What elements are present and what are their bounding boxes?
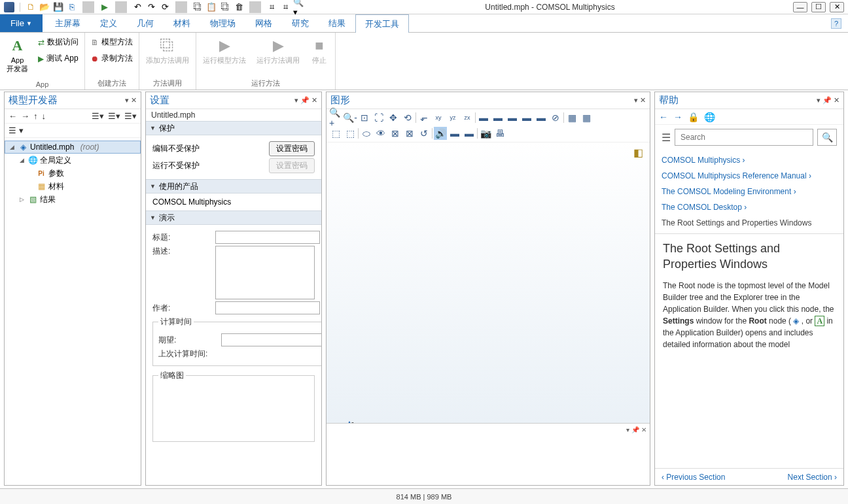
paste-icon[interactable]: 📋: [205, 1, 217, 13]
collapse-toggle-icon[interactable]: ◢: [8, 144, 16, 150]
help-web-icon[interactable]: 🌐: [704, 112, 715, 122]
next-section-link[interactable]: Next Section ›: [788, 473, 837, 482]
test-app-button[interactable]: ▶测试 App: [36, 52, 80, 65]
save-icon[interactable]: 💾: [52, 1, 64, 13]
collapse-toggle-icon[interactable]: ◢: [18, 157, 26, 163]
tool1-icon[interactable]: ⌗: [266, 1, 277, 13]
tab-study[interactable]: 研究: [282, 14, 319, 32]
graphics-canvas[interactable]: ◧ zxy ▾📌✕: [327, 143, 650, 485]
run-model-method-button[interactable]: ▶ 运行模型方法: [200, 35, 249, 66]
presentation-section-header[interactable]: ▼演示: [146, 210, 321, 225]
tab-developer[interactable]: 开发工具: [355, 14, 409, 33]
panel-close-icon[interactable]: ✕: [640, 96, 646, 105]
new-icon[interactable]: 🗋: [25, 1, 37, 13]
render-2-icon[interactable]: ▬: [491, 111, 504, 124]
pan-icon[interactable]: ✥: [387, 111, 400, 124]
print-icon[interactable]: 🖶: [493, 127, 506, 140]
view-zx-icon[interactable]: zx: [461, 111, 474, 124]
view-xy-icon[interactable]: xy: [432, 111, 445, 124]
tab-mesh[interactable]: 网格: [245, 14, 282, 32]
tool3-icon[interactable]: 🔍▾: [293, 1, 305, 13]
expected-time-input[interactable]: [221, 333, 321, 346]
render-5-icon[interactable]: ▬: [535, 111, 548, 124]
rotate-icon[interactable]: ⟲: [401, 111, 414, 124]
app-builder-button[interactable]: A App开发器: [4, 35, 31, 75]
img-1-icon[interactable]: ▬: [448, 127, 461, 140]
img-2-icon[interactable]: ▬: [463, 127, 476, 140]
scene-2-icon[interactable]: ▦: [580, 111, 593, 124]
tree-root-node[interactable]: ◢ ◈ Untitled.mph (root): [5, 141, 141, 154]
tab-home[interactable]: 主屏幕: [45, 14, 90, 32]
snapshot-icon[interactable]: 📷: [479, 127, 492, 140]
nav-fwd-icon[interactable]: →: [21, 111, 29, 121]
record-method-button[interactable]: ⏺录制方法: [89, 52, 135, 65]
tab-physics[interactable]: 物理场: [200, 14, 245, 32]
help-search-button[interactable]: 🔍: [817, 129, 837, 146]
redo-icon[interactable]: ↷: [145, 1, 157, 13]
help-toc-icon[interactable]: ☰: [662, 131, 671, 144]
undo-icon[interactable]: ↶: [132, 1, 143, 13]
help-fwd-icon[interactable]: →: [673, 112, 682, 122]
zoom-extents-icon[interactable]: ⛶: [372, 111, 385, 124]
view-yz-icon[interactable]: yz: [446, 111, 459, 124]
zoom-out-icon[interactable]: 🔍-: [344, 111, 357, 124]
panel-menu-icon[interactable]: ▾: [294, 96, 298, 105]
filter-icon[interactable]: ☰▾: [124, 111, 137, 121]
used-products-section-header[interactable]: ▼使用的产品: [146, 179, 321, 193]
tree-params-node[interactable]: Pi 参数: [5, 167, 141, 180]
tree-view-icon[interactable]: ☰ ▾: [9, 126, 24, 135]
copy-icon[interactable]: ⿻: [192, 1, 203, 13]
prev-section-link[interactable]: ‹ Previous Section: [662, 473, 725, 482]
add-method-call-button[interactable]: ⿻ 添加方法调用: [143, 35, 192, 66]
hide-1-icon[interactable]: ⬭: [360, 127, 373, 140]
hide-4-icon[interactable]: ⊠: [403, 127, 416, 140]
reset-icon[interactable]: ↺: [417, 127, 431, 140]
render-1-icon[interactable]: ▬: [477, 111, 490, 124]
tree-materials-node[interactable]: ▦ 材料: [5, 180, 141, 193]
tab-definitions[interactable]: 定义: [90, 14, 127, 32]
nav-up-icon[interactable]: ↑: [33, 111, 38, 121]
minimize-button[interactable]: —: [793, 2, 807, 12]
tab-geometry[interactable]: 几何: [127, 14, 164, 32]
author-input[interactable]: [215, 301, 320, 314]
crumb-1[interactable]: COMSOL Multiphysics Reference Manual ›: [662, 168, 837, 184]
render-3-icon[interactable]: ▬: [506, 111, 519, 124]
select-1-icon[interactable]: ⬚: [329, 127, 342, 140]
nav-down-icon[interactable]: ↓: [42, 111, 46, 121]
tree-results-node[interactable]: ▷ ▧ 结果: [5, 193, 141, 206]
mini-menu-icon[interactable]: ▾: [626, 426, 629, 433]
refresh-icon[interactable]: ⟳: [159, 1, 171, 13]
open-icon[interactable]: 📂: [39, 1, 50, 13]
zoom-in-icon[interactable]: 🔍+: [329, 111, 342, 124]
expand-toggle-icon[interactable]: ▷: [18, 196, 26, 203]
delete-icon[interactable]: 🗑: [233, 1, 245, 13]
set-edit-password-button[interactable]: 设置密码: [269, 141, 315, 156]
data-access-button[interactable]: ⇄数据访问: [36, 35, 80, 49]
tool2-icon[interactable]: ⌗: [279, 1, 291, 13]
render-6-icon[interactable]: ⊘: [549, 111, 562, 124]
select-2-icon[interactable]: ⬚: [344, 127, 357, 140]
description-input[interactable]: [215, 246, 315, 299]
panel-close-icon[interactable]: ✕: [311, 96, 317, 105]
duplicate-icon[interactable]: ⿻: [219, 1, 231, 13]
panel-close-icon[interactable]: ✕: [131, 96, 137, 105]
ribbon-help-button[interactable]: ?: [831, 18, 841, 29]
help-lock-icon[interactable]: 🔒: [688, 112, 699, 122]
panel-menu-icon[interactable]: ▾: [817, 96, 821, 105]
save-as-icon[interactable]: ⎘: [66, 1, 78, 13]
run-icon[interactable]: ▶: [99, 1, 111, 13]
hide-3-icon[interactable]: ⊠: [389, 127, 402, 140]
nav-back-icon[interactable]: ←: [9, 111, 17, 121]
stop-button[interactable]: ■ 停止: [308, 35, 331, 66]
crumb-2[interactable]: The COMSOL Modeling Environment ›: [662, 184, 837, 199]
file-menu[interactable]: File▼: [0, 14, 43, 32]
mini-close-icon[interactable]: ✕: [641, 426, 646, 433]
panel-close-icon[interactable]: ✕: [834, 96, 839, 105]
run-method-call-button[interactable]: ▶ 运行方法调用: [254, 35, 302, 66]
maximize-button[interactable]: ☐: [811, 2, 826, 12]
close-button[interactable]: ✕: [830, 2, 844, 12]
render-4-icon[interactable]: ▬: [520, 111, 533, 124]
panel-menu-icon[interactable]: ▾: [125, 96, 129, 105]
scene-1-icon[interactable]: ▦: [565, 111, 578, 124]
panel-pin-icon[interactable]: 📌: [300, 96, 309, 105]
